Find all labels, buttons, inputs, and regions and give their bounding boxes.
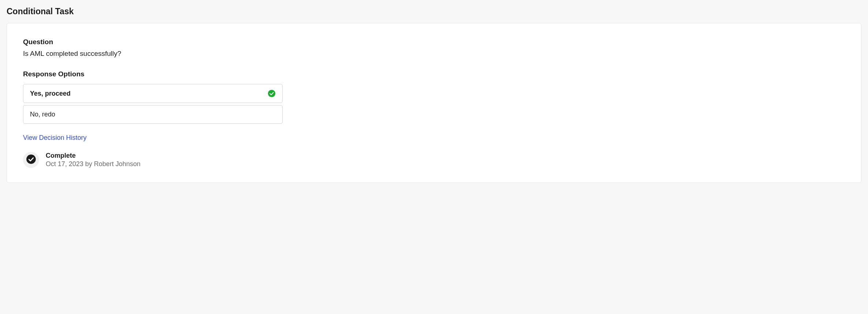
svg-point-0 [268, 90, 275, 97]
status-icon-container [23, 152, 39, 168]
response-option-no[interactable]: No, redo [23, 105, 283, 124]
task-card: Question Is AML completed successfully? … [7, 23, 861, 183]
page-title: Conditional Task [7, 7, 861, 16]
response-options-label: Response Options [23, 70, 845, 78]
status-row: Complete Oct 17, 2023 by Robert Johnson [23, 152, 845, 168]
view-decision-history-link[interactable]: View Decision History [23, 134, 87, 142]
response-option-yes[interactable]: Yes, proceed [23, 84, 283, 103]
response-option-label: Yes, proceed [30, 90, 71, 97]
response-option-label: No, redo [30, 111, 55, 118]
check-circle-icon [268, 89, 276, 97]
status-label: Complete [46, 152, 140, 160]
question-text: Is AML completed successfully? [23, 50, 845, 58]
status-meta: Oct 17, 2023 by Robert Johnson [46, 160, 140, 168]
check-circle-solid-icon [26, 154, 36, 166]
question-label: Question [23, 38, 845, 46]
svg-point-1 [26, 154, 36, 164]
status-text-block: Complete Oct 17, 2023 by Robert Johnson [46, 152, 140, 168]
